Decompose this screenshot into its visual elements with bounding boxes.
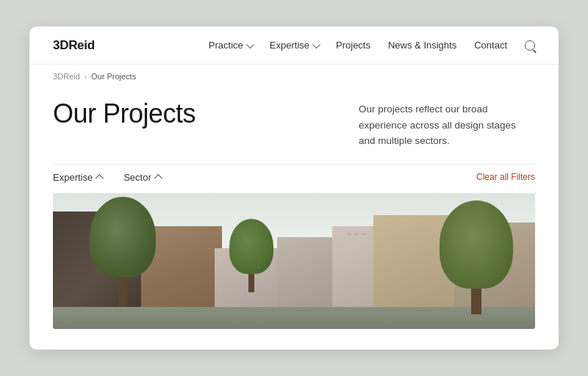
chevron-down-icon [246, 40, 254, 48]
tree-left [90, 197, 156, 307]
search-icon [525, 40, 535, 51]
breadcrumb-home[interactable]: 3DReid [53, 72, 80, 81]
tree-canopy [440, 200, 513, 289]
nav-expertise[interactable]: Expertise [270, 40, 318, 51]
filters-bar: Expertise Sector Clear all Filters [53, 164, 535, 193]
browser-window: 3DReid Practice Expertise Projects News … [29, 26, 559, 350]
expertise-filter-button[interactable]: Expertise [53, 172, 103, 183]
hero-section: Our Projects Our projects reflect our br… [53, 85, 535, 164]
main-content: 3DReid › Our Projects Our Projects Our p… [29, 65, 559, 350]
chevron-up-icon [96, 174, 104, 182]
tree-center [229, 219, 273, 292]
tree-canopy [229, 219, 273, 274]
hero-description: Our projects reflect our broad experienc… [359, 101, 535, 149]
bird-icon: 〜 [362, 231, 366, 238]
chevron-up-icon [154, 174, 162, 182]
nav-news[interactable]: News & Insights [388, 40, 456, 51]
tree-trunk [471, 289, 481, 314]
tree-trunk [248, 274, 254, 292]
bird-icon: 〜 [347, 231, 351, 238]
tree-canopy [90, 197, 156, 278]
breadcrumb-separator: › [85, 73, 87, 81]
tree-right [440, 200, 513, 314]
nav-projects[interactable]: Projects [336, 40, 370, 51]
nav-links: Practice Expertise Projects News & Insig… [209, 40, 535, 51]
page-title: Our Projects [53, 98, 196, 129]
bird-icon: 〜 [354, 231, 359, 238]
breadcrumb-current: Our Projects [91, 72, 136, 81]
chevron-down-icon [312, 40, 320, 48]
project-scene: 〜 〜 〜 [53, 193, 535, 329]
nav-practice[interactable]: Practice [209, 40, 252, 51]
birds: 〜 〜 〜 [347, 231, 366, 238]
navbar: 3DReid Practice Expertise Projects News … [29, 26, 559, 65]
nav-contact[interactable]: Contact [474, 40, 507, 51]
logo: 3DReid [53, 38, 95, 53]
clear-filters-link[interactable]: Clear all Filters [476, 172, 535, 182]
breadcrumb: 3DReid › Our Projects [53, 65, 535, 85]
sector-filter-button[interactable]: Sector [123, 172, 162, 183]
search-button[interactable] [525, 40, 535, 51]
tree-trunk [118, 278, 127, 307]
project-image: 〜 〜 〜 [53, 193, 535, 329]
filter-buttons: Expertise Sector [53, 172, 162, 183]
